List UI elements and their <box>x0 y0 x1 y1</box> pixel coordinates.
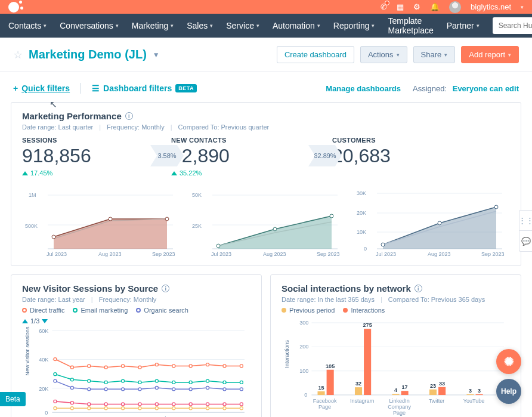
svg-point-75 <box>155 387 158 390</box>
fab-automation-icon[interactable]: ✺ <box>496 349 521 374</box>
svg-rect-138 <box>476 394 483 395</box>
notifications-bell-icon[interactable]: 🔔 <box>430 2 440 11</box>
account-name[interactable]: biglytics.net <box>471 2 511 11</box>
svg-text:0: 0 <box>45 410 48 416</box>
svg-text:15: 15 <box>318 385 324 391</box>
actions-button[interactable]: Actions▾ <box>360 46 407 63</box>
svg-point-65 <box>189 381 192 384</box>
chevron-down-icon[interactable]: ▾ <box>521 4 524 10</box>
beta-side-tab[interactable]: Beta <box>0 392 26 406</box>
arrow-up-icon <box>22 171 28 175</box>
favorite-star-icon[interactable]: ☆ <box>13 48 23 61</box>
svg-text:Page: Page <box>393 410 406 416</box>
svg-point-46 <box>70 366 73 369</box>
svg-text:500K: 500K <box>25 223 38 229</box>
svg-text:32: 32 <box>355 381 361 387</box>
svg-text:Aug 2023: Aug 2023 <box>428 251 451 257</box>
svg-point-61 <box>122 379 125 382</box>
svg-text:20K: 20K <box>357 210 366 216</box>
chevron-down-icon[interactable]: ▼ <box>153 51 160 59</box>
info-icon[interactable]: i <box>162 285 169 292</box>
share-button[interactable]: Share▾ <box>413 46 456 63</box>
svg-point-55 <box>223 365 226 367</box>
nav-conversations[interactable]: Conversations▾ <box>60 21 119 30</box>
nav-marketing[interactable]: Marketing▾ <box>132 21 174 30</box>
frequency: Frequency: Monthly <box>107 123 165 131</box>
svg-rect-134 <box>438 387 446 395</box>
chart-sessions: 1M 500K Jul 2023 Aug 2023 Sep 2023 <box>22 186 181 260</box>
svg-point-57 <box>54 373 57 376</box>
nav-partner[interactable]: Partner▾ <box>447 21 480 30</box>
svg-point-18 <box>330 214 333 218</box>
svg-text:Sep 2023: Sep 2023 <box>317 251 340 257</box>
plus-icon: + <box>13 84 18 93</box>
svg-point-67 <box>223 381 226 384</box>
global-search[interactable]: 🔍 <box>493 17 532 34</box>
svg-point-91 <box>223 403 226 406</box>
search-input[interactable] <box>497 21 532 30</box>
svg-point-100 <box>172 407 175 410</box>
svg-text:60K: 60K <box>39 328 48 334</box>
add-report-button[interactable]: Add report▾ <box>461 46 519 63</box>
info-icon[interactable]: i <box>125 112 133 120</box>
svg-point-84 <box>104 403 107 406</box>
grid-icon[interactable]: ⋮⋮ <box>519 211 532 231</box>
chart-customers: 30K 20K 10K 0 Jul 2023 Aug 2023 Sep 2023 <box>351 186 510 260</box>
svg-point-99 <box>155 407 158 410</box>
pager-down-icon[interactable] <box>42 319 48 323</box>
dashboard-filters-button[interactable]: ☰ Dashboard filters BETA <box>92 84 197 93</box>
svg-point-17 <box>273 227 277 231</box>
dashboard-title[interactable]: Marketing Demo (JL) <box>29 48 147 61</box>
pager-up-icon[interactable] <box>22 319 28 323</box>
svg-point-78 <box>206 387 209 390</box>
legend-pager[interactable]: 1/3 <box>22 317 250 325</box>
svg-text:1M: 1M <box>29 192 36 198</box>
marketplace-icon[interactable]: ▦ <box>397 2 404 11</box>
chart-social-interactions: Interactions 300 200 100 0 1510532275417… <box>282 314 510 417</box>
info-icon[interactable]: i <box>415 285 422 292</box>
svg-point-71 <box>88 388 91 391</box>
svg-text:0: 0 <box>304 392 307 398</box>
svg-point-95 <box>88 407 91 410</box>
svg-point-83 <box>88 403 91 406</box>
svg-point-88 <box>172 403 175 406</box>
brand-topbar: ✆ ▦ ⚙ 🔔 biglytics.net ▾ <box>0 0 532 14</box>
nav-automation[interactable]: Automation▾ <box>273 21 320 30</box>
quick-filters-button[interactable]: + Quick filters <box>13 84 70 93</box>
svg-point-60 <box>104 381 107 384</box>
svg-rect-120 <box>317 391 324 395</box>
nav-sales[interactable]: Sales▾ <box>187 21 213 30</box>
svg-text:Jul 2023: Jul 2023 <box>211 251 231 257</box>
create-dashboard-button[interactable]: Create dashboard <box>277 46 354 63</box>
phone-icon[interactable]: ✆ <box>381 2 387 11</box>
hubspot-logo-icon[interactable] <box>8 2 19 13</box>
svg-point-64 <box>172 381 175 384</box>
nav-contacts[interactable]: Contacts▾ <box>8 21 47 30</box>
svg-text:YouTube: YouTube <box>463 398 485 404</box>
svg-point-53 <box>189 365 192 367</box>
nav-reporting[interactable]: Reporting▾ <box>333 21 375 30</box>
svg-point-49 <box>122 365 125 367</box>
svg-text:Jul 2023: Jul 2023 <box>47 251 67 257</box>
chat-icon[interactable]: 💬 <box>519 231 532 251</box>
svg-point-5 <box>52 235 55 239</box>
svg-point-80 <box>240 388 243 391</box>
nav-service[interactable]: Service▾ <box>226 21 259 30</box>
svg-point-68 <box>240 381 243 384</box>
sliders-icon: ☰ <box>92 84 100 93</box>
assigned-value[interactable]: Everyone can edit <box>453 84 519 93</box>
svg-text:300: 300 <box>299 320 308 326</box>
svg-point-6 <box>109 217 112 221</box>
svg-point-66 <box>206 379 209 382</box>
settings-gear-icon[interactable]: ⚙ <box>413 2 420 11</box>
manage-dashboards-link[interactable]: Manage dashboards <box>326 84 401 93</box>
funnel-rate-1: 3.58% <box>150 145 184 166</box>
svg-point-32 <box>494 205 498 209</box>
svg-point-50 <box>138 366 141 369</box>
svg-text:4: 4 <box>394 387 397 393</box>
nav-template-marketplace[interactable]: Template Marketplace <box>388 16 433 35</box>
svg-text:275: 275 <box>363 322 372 328</box>
fab-help-button[interactable]: Help <box>496 379 521 404</box>
user-avatar-icon[interactable] <box>449 1 461 13</box>
svg-text:23: 23 <box>430 383 436 389</box>
